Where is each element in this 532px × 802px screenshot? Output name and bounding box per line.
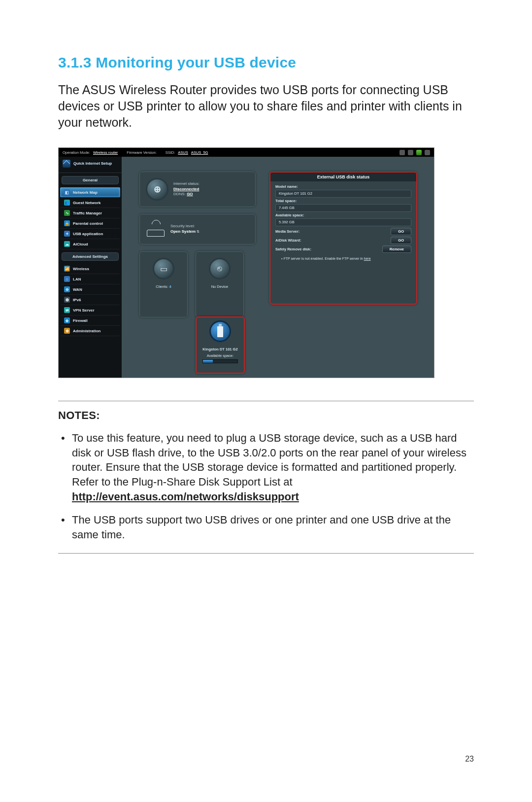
shield-icon: ◈ bbox=[64, 317, 70, 323]
wifi-icon: 📶 bbox=[64, 266, 70, 272]
divider bbox=[58, 401, 474, 401]
nav-header-general: General bbox=[62, 176, 119, 184]
clients-label: Clients: bbox=[156, 284, 168, 289]
nav-label: Firewall bbox=[73, 318, 88, 323]
nav-label: IPv6 bbox=[73, 298, 81, 302]
globe-icon: ⊕ bbox=[64, 286, 70, 292]
security-level-card[interactable]: Security level: Open System ⇅ bbox=[139, 214, 256, 244]
nav-label: Network Map bbox=[73, 190, 98, 195]
notes-heading: NOTES: bbox=[58, 409, 474, 422]
nav-label: Administration bbox=[73, 329, 100, 333]
remove-label: Safely Remove disk: bbox=[275, 247, 378, 251]
available-space-label: Available space: bbox=[197, 353, 244, 358]
divider bbox=[58, 553, 474, 554]
nav-header-advanced: Advanced Settings bbox=[62, 252, 119, 261]
nav-network-map[interactable]: ◧Network Map bbox=[60, 187, 120, 198]
internet-status-card[interactable]: ⊕ Internet status: Disconnected DDNS: GO bbox=[139, 172, 256, 207]
ssid-value-1: ASUS bbox=[178, 150, 188, 155]
network-map-icon: ◧ bbox=[64, 189, 70, 195]
nav-usb-application[interactable]: ✦USB application bbox=[60, 229, 120, 239]
puzzle-icon: ✦ bbox=[64, 231, 70, 237]
nav-label: Traffic Manager bbox=[73, 211, 102, 215]
ftp-note: • FTP server is not enabled. Enable the … bbox=[275, 254, 411, 260]
nav-traffic-manager[interactable]: ∿Traffic Manager bbox=[60, 208, 120, 218]
remove-button[interactable]: Remove bbox=[382, 245, 411, 253]
nav-ipv6[interactable]: ⬢IPv6 bbox=[60, 295, 120, 305]
note-1-text: To use this feature, you need to plug a … bbox=[72, 432, 466, 488]
nav-label: USB application bbox=[73, 232, 103, 236]
nav-guest-network[interactable]: 👥Guest Network bbox=[60, 198, 120, 208]
available-space-bar bbox=[202, 359, 238, 363]
qis-label: Quick Internet Setup bbox=[73, 162, 112, 166]
note-item-1: To use this feature, you need to plug a … bbox=[72, 431, 474, 504]
avail-value: 5.392 GB bbox=[275, 218, 411, 226]
router-topbar: Operation Mode: Wireless router Firmware… bbox=[59, 148, 434, 157]
vpn-icon: ⇄ bbox=[64, 307, 70, 313]
nav-parental-control[interactable]: 🔒Parental control bbox=[60, 218, 120, 229]
security-label: Security level: bbox=[170, 224, 195, 228]
ftp-enable-link[interactable]: here bbox=[364, 257, 371, 260]
media-label: Media Server: bbox=[275, 229, 387, 234]
globe-large-icon: ⊕ bbox=[146, 178, 168, 201]
nav-label: Guest Network bbox=[73, 201, 100, 205]
topbar-icon-2 bbox=[408, 150, 413, 155]
lock-icon: 🔒 bbox=[64, 220, 70, 226]
aidisk-go-button[interactable]: GO bbox=[391, 237, 411, 244]
external-usb-status-panel: External USB disk status Model name: Kin… bbox=[269, 172, 417, 305]
nav-label: Parental control bbox=[73, 221, 103, 226]
nav-administration[interactable]: ♚Administration bbox=[60, 326, 120, 336]
ddns-label: DDNS: bbox=[173, 192, 186, 196]
status-label: Internet status: bbox=[173, 181, 200, 186]
guest-network-icon: 👥 bbox=[64, 200, 70, 206]
aidisk-label: AiDisk Wizard: bbox=[275, 238, 387, 243]
nav-lan[interactable]: ⌂LAN bbox=[60, 274, 120, 284]
model-label: Model name: bbox=[275, 184, 411, 189]
security-value: Open System bbox=[170, 229, 196, 234]
total-value: 7.445 GB bbox=[275, 204, 411, 212]
topbar-icon-1 bbox=[399, 150, 405, 155]
nav-label: VPN Server bbox=[73, 308, 95, 313]
usb-device-card[interactable]: Kingston DT 101 G2 Available space: bbox=[196, 316, 245, 374]
quick-internet-setup[interactable]: Quick Internet Setup bbox=[59, 157, 122, 173]
avail-label: Available space: bbox=[275, 213, 411, 217]
panel-title: External USB disk status bbox=[270, 173, 416, 181]
nav-label: AiCloud bbox=[73, 242, 88, 246]
nav-vpn[interactable]: ⇄VPN Server bbox=[60, 305, 120, 315]
monitor-icon: ▭ bbox=[153, 258, 174, 279]
model-value: Kingston DT 101 G2 bbox=[275, 190, 411, 198]
security-text: Security level: Open System ⇅ bbox=[170, 224, 200, 235]
traffic-icon: ∿ bbox=[64, 210, 70, 216]
ddns-link[interactable]: GO bbox=[187, 192, 193, 196]
status-value: Disconnected bbox=[173, 187, 199, 191]
nav-wan[interactable]: ⊕WAN bbox=[60, 284, 120, 295]
usb-plug-icon: ⎋ bbox=[209, 258, 231, 279]
internet-status-text: Internet status: Disconnected DDNS: GO bbox=[173, 181, 200, 197]
op-mode-label: Operation Mode: bbox=[63, 150, 90, 155]
nav-firewall[interactable]: ◈Firewall bbox=[60, 315, 120, 326]
clients-count: 4 bbox=[169, 284, 171, 289]
notes-list: To use this feature, you need to plug a … bbox=[58, 431, 474, 542]
usb-device-name: Kingston DT 101 G2 bbox=[197, 347, 244, 351]
clients-card[interactable]: ▭ Clients: 4 bbox=[139, 251, 188, 317]
nav-wireless[interactable]: 📶Wireless bbox=[60, 264, 120, 274]
intro-paragraph: The ASUS Wireless Router provides two US… bbox=[58, 82, 474, 131]
usb-icon bbox=[416, 150, 422, 155]
qis-icon bbox=[63, 160, 70, 168]
router-main: ⊕ Internet status: Disconnected DDNS: GO… bbox=[122, 157, 434, 378]
note-item-2: The USB ports support two USB drives or … bbox=[72, 513, 474, 542]
ssid-label: SSID: bbox=[166, 150, 175, 155]
nav-label: WAN bbox=[73, 287, 82, 292]
media-go-button[interactable]: GO bbox=[391, 228, 411, 235]
home-icon: ⌂ bbox=[64, 276, 70, 282]
note-1-url[interactable]: http://event.asus.com/networks/disksuppo… bbox=[72, 490, 299, 503]
total-label: Total space: bbox=[275, 199, 411, 203]
no-device-card[interactable]: ⎋ No Device bbox=[196, 251, 244, 317]
nav-aicloud[interactable]: ☁AiCloud bbox=[60, 239, 120, 249]
op-mode-value: Wireless router bbox=[93, 150, 118, 155]
fw-label: Firmware Version: bbox=[127, 150, 156, 155]
page-number: 23 bbox=[465, 755, 474, 764]
admin-icon: ♚ bbox=[64, 328, 70, 334]
usb-drive-icon bbox=[209, 320, 231, 342]
ipv6-icon: ⬢ bbox=[64, 297, 70, 303]
no-device-label: No Device bbox=[196, 284, 243, 289]
